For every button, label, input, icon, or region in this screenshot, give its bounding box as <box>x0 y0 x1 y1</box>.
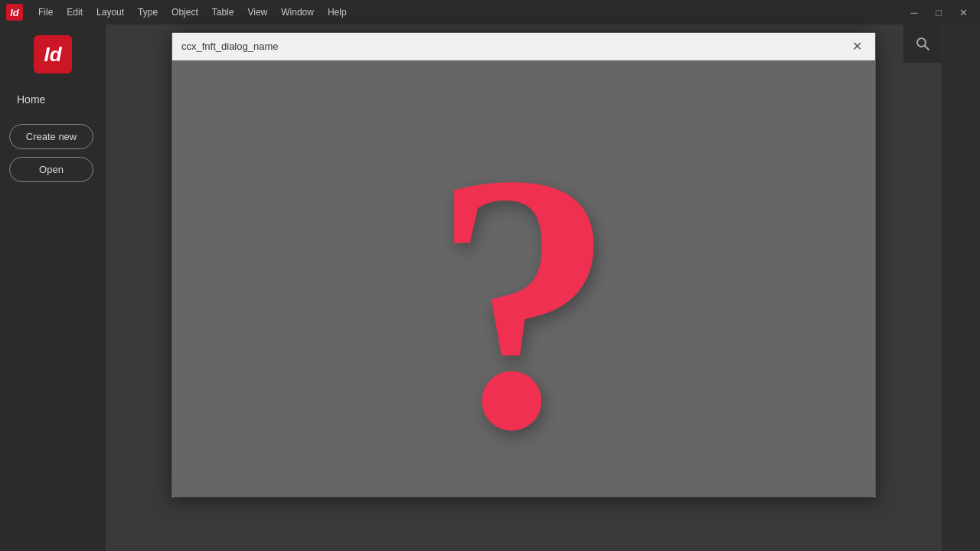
right-panel <box>942 24 980 551</box>
dialog-overlay: ccx_fnft_dialog_name ✕ ? <box>106 24 942 551</box>
close-button[interactable]: ✕ <box>952 3 974 21</box>
menu-object[interactable]: Object <box>165 4 204 21</box>
menu-bar: File Edit Layout Type Object Table View … <box>32 4 353 21</box>
sidebar-nav: Home <box>0 81 106 118</box>
dialog-header: ccx_fnft_dialog_name ✕ <box>172 33 875 60</box>
menu-view[interactable]: View <box>241 4 273 21</box>
dialog: ccx_fnft_dialog_name ✕ ? <box>172 32 876 497</box>
dialog-body: ? <box>172 60 875 497</box>
menu-file[interactable]: File <box>32 4 59 21</box>
menu-edit[interactable]: Edit <box>60 4 89 21</box>
sidebar-item-home[interactable]: Home <box>9 89 96 110</box>
title-bar: Id File Edit Layout Type Object Table Vi… <box>0 0 980 24</box>
open-button[interactable]: Open <box>9 157 93 182</box>
maximize-button[interactable]: □ <box>928 3 949 21</box>
question-mark-graphic: ? <box>432 118 616 485</box>
dialog-title: ccx_fnft_dialog_name <box>181 41 278 52</box>
create-new-button[interactable]: Create new <box>9 124 93 149</box>
app-layout: Id Home Create new Open ccx_fnft_dialog_… <box>0 24 980 551</box>
menu-layout[interactable]: Layout <box>90 4 130 21</box>
sidebar: Id Home Create new Open <box>0 24 106 551</box>
title-bar-controls: ─ □ ✕ <box>903 3 974 21</box>
minimize-button[interactable]: ─ <box>903 3 925 21</box>
menu-window[interactable]: Window <box>275 4 320 21</box>
app-logo: Id <box>34 35 72 73</box>
menu-type[interactable]: Type <box>132 4 164 21</box>
sidebar-buttons: Create new Open <box>0 118 106 188</box>
main-content: ccx_fnft_dialog_name ✕ ? <box>106 24 942 551</box>
menu-help[interactable]: Help <box>322 4 353 21</box>
menu-table[interactable]: Table <box>206 4 240 21</box>
app-logo-small: Id <box>6 4 23 21</box>
dialog-close-button[interactable]: ✕ <box>848 37 866 56</box>
title-bar-left: Id File Edit Layout Type Object Table Vi… <box>6 4 353 21</box>
